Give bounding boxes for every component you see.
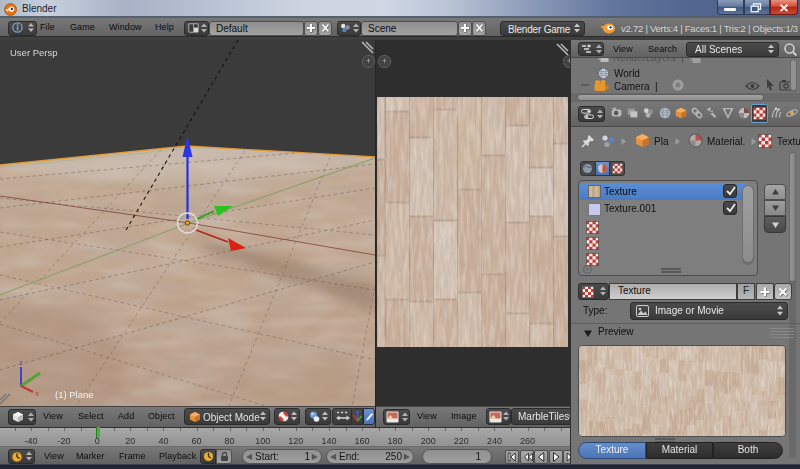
svg-text:z: z: [19, 358, 23, 367]
svg-text:(1) Plane: (1) Plane: [55, 389, 94, 400]
svg-text:x: x: [35, 389, 39, 398]
